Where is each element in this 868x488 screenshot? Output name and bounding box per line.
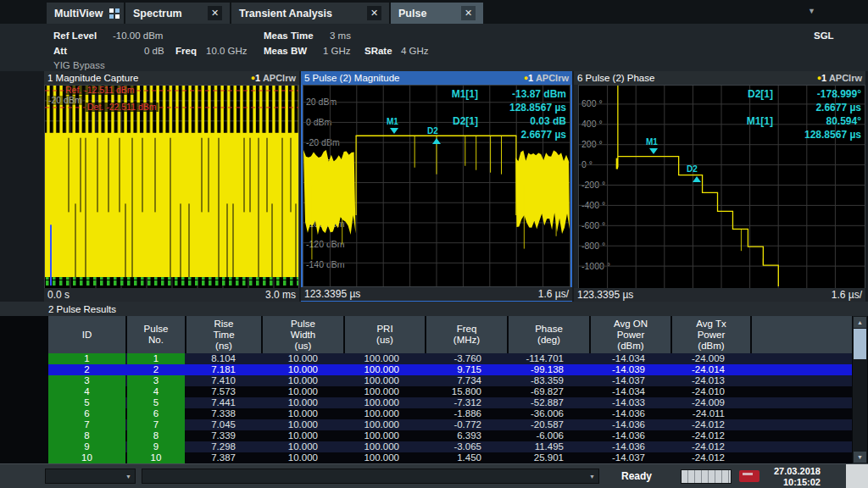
table-cell: 7.734	[426, 375, 507, 386]
table-row[interactable]: 887.33910.000100.0006.393-6.006-14.036-2…	[48, 430, 852, 441]
table-cell: 7.410	[186, 375, 261, 386]
window-titlebar[interactable]: 1 Magnitude Capture ●1 APClrw	[44, 71, 299, 85]
scroll-down-icon[interactable]: ▼	[854, 452, 866, 463]
channel-info-bar: Ref Level -10.00 dBm Meas Time 3 ms SGL …	[0, 24, 868, 71]
table-row[interactable]: 227.18110.000100.0009.715-99.138-14.039-…	[48, 364, 852, 375]
status-dropdown-left[interactable]: ▼	[45, 469, 136, 484]
column-header: PulseWidth(us)	[263, 316, 343, 353]
att-value[interactable]: 0 dB	[144, 46, 164, 56]
scrollbar-thumb[interactable]	[854, 329, 866, 359]
trace-badge: ●1 APClrw	[524, 73, 569, 83]
yig-bypass-label: YIG Bypass	[53, 60, 105, 70]
table-cell: 100.000	[345, 375, 425, 386]
results-table-body: 118.10410.000100.000-3.760-114.701-14.03…	[0, 353, 868, 463]
table-cell: -14.034	[591, 386, 670, 397]
rohde-schwarz-logo	[739, 470, 760, 482]
window-titlebar[interactable]: 6 Pulse (2) Phase ●1 APClrw	[574, 71, 865, 85]
table-row[interactable]: 557.44110.000100.000-7.312-52.887-14.033…	[48, 397, 852, 408]
marker-m1-icon[interactable]	[390, 128, 398, 134]
trace-badge: ●1 APClrw	[817, 73, 862, 83]
table-cell: -14.039	[591, 364, 670, 375]
cell-id: 8	[48, 430, 125, 441]
window-title: 1 Magnitude Capture	[47, 73, 138, 83]
tab-spectrum[interactable]: Spectrum ✕	[125, 3, 230, 24]
pulse-magnitude-plot[interactable]: 20 dBm0 dBm-20 dBm-40 dBm-60 dBm-80 dBm-…	[303, 85, 570, 287]
scroll-up-icon[interactable]: ▲	[854, 317, 866, 328]
trace-badge: ●1 APClrw	[251, 73, 296, 83]
table-cell: 100.000	[345, 408, 425, 419]
table-cell: 100.000	[345, 419, 425, 430]
tab-multiview[interactable]: MultiView	[47, 3, 124, 24]
table-cell: -14.034	[591, 353, 670, 364]
window-pulse-phase[interactable]: 6 Pulse (2) Phase ●1 APClrw 600 °400 °20…	[574, 71, 865, 302]
cell-id: 7	[48, 419, 125, 430]
table-cell: 100.000	[345, 386, 425, 397]
table-row[interactable]: 777.04510.000100.000-0.772-20.587-14.036…	[48, 419, 852, 430]
table-row[interactable]: 997.29810.000100.000-3.06511.495-14.036-…	[48, 441, 852, 452]
table-cell: 10.000	[263, 386, 343, 397]
table-cell: -14.036	[591, 419, 670, 430]
tab-pulse[interactable]: Pulse ✕	[391, 3, 483, 24]
close-icon[interactable]: ✕	[461, 6, 476, 20]
table-cell: 7.045	[186, 419, 261, 430]
multiview-grid-icon	[109, 8, 120, 19]
table-cell: 15.800	[426, 386, 507, 397]
ref-level-value[interactable]: -10.00 dBm	[113, 30, 163, 41]
magnitude-capture-plot[interactable]: Ref. -12.511 dBm -20 dBm Det. -22.511 dB…	[44, 85, 299, 289]
freq-value[interactable]: 10.0 GHz	[206, 46, 248, 56]
marker-readout-row: D2[1]-178.999°	[719, 87, 861, 101]
sweep-progress-bar	[681, 469, 732, 484]
table-row[interactable]: 118.10410.000100.000-3.760-114.701-14.03…	[48, 353, 852, 364]
status-message-dropdown[interactable]: ▼	[142, 469, 599, 484]
ready-status-label: Ready	[621, 470, 652, 482]
table-row[interactable]: 337.41010.000100.0007.734-83.359-14.037-…	[48, 375, 852, 386]
tab-label: Transient Analysis	[239, 8, 332, 19]
table-cell: 7.181	[186, 364, 261, 375]
det-threshold-label: Det. -22.511 dBm	[86, 103, 159, 112]
x-axis-bar: 123.3395 µs 1.6 µs/	[301, 287, 572, 301]
marker-readout-row: 128.8567 µs	[719, 128, 861, 141]
close-icon[interactable]: ✕	[208, 6, 222, 20]
table-cell: -0.772	[426, 419, 507, 430]
table-cell: 100.000	[345, 397, 425, 408]
table-cell: 9.715	[426, 364, 507, 375]
table-cell: 10.000	[263, 397, 343, 408]
marker-d2-label: D2	[427, 126, 438, 136]
window-title: 5 Pulse (2) Magnitude	[304, 73, 400, 83]
window-pulse-magnitude[interactable]: 5 Pulse (2) Magnitude ●1 APClrw 20 dBm0 …	[301, 71, 572, 302]
srate-value[interactable]: 4 GHz	[401, 46, 429, 56]
table-cell: -3.760	[426, 353, 507, 364]
att-label: Att	[53, 46, 67, 56]
table-cell: -14.037	[591, 375, 670, 386]
x-axis-start: 0.0 s	[47, 289, 70, 301]
table-cell: -52.887	[509, 397, 589, 408]
table-cell: -114.701	[509, 353, 589, 364]
table-cell: 10.000	[263, 408, 343, 419]
table-cell: 100.000	[345, 364, 425, 375]
marker-d2-icon[interactable]	[432, 138, 441, 144]
table-row[interactable]: 10107.38710.000100.0001.45025.901-14.037…	[48, 452, 852, 463]
marker-d2-icon[interactable]	[693, 176, 701, 182]
table-cell: -83.359	[509, 375, 589, 386]
tab-overflow-chevron-icon[interactable]: ▼	[808, 7, 815, 15]
marker-m1-icon[interactable]	[649, 148, 658, 154]
window-magnitude-capture[interactable]: 1 Magnitude Capture ●1 APClrw	[44, 71, 299, 302]
table-row[interactable]: 667.33810.000100.000-1.886-36.006-14.036…	[48, 408, 852, 419]
column-header: Avg ONPower(dBm)	[591, 316, 670, 353]
table-row[interactable]: 447.57310.000100.00015.800-69.827-14.034…	[48, 386, 852, 397]
meas-time-value[interactable]: 3 ms	[330, 30, 351, 41]
tab-transient-analysis[interactable]: Transient Analysis ✕	[231, 3, 389, 24]
pulse-phase-plot[interactable]: 600 °400 °200 °0 °-200 °-400 °-600 °-800…	[578, 85, 865, 289]
table-scrollbar[interactable]: ▲ ▼	[853, 316, 867, 463]
marker-m1-label: M1	[387, 117, 398, 126]
marker-readout-row: D2[1]0.03 dB	[424, 114, 566, 128]
meas-bw-value[interactable]: 1 GHz	[323, 46, 351, 56]
close-icon[interactable]: ✕	[367, 6, 381, 20]
marker-readout: M1[1]-13.87 dBm128.8567 µsD2[1]0.03 dB2.…	[424, 87, 566, 141]
table-cell: 10	[127, 452, 185, 463]
window-titlebar[interactable]: 5 Pulse (2) Magnitude ●1 APClrw	[301, 71, 572, 85]
table-cell: -14.033	[591, 397, 670, 408]
column-header: PulseNo.	[127, 316, 185, 353]
table-cell: -24.014	[672, 364, 750, 375]
single-sweep-badge: SGL	[814, 30, 834, 41]
